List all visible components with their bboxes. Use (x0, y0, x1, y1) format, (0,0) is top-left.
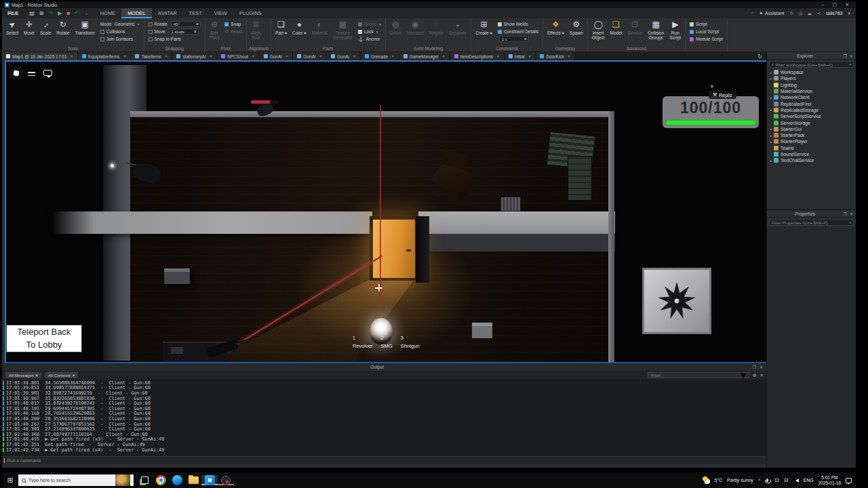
game-viewport[interactable]: Teleport Back To Lobby 1Revolver2SMG3Sho… (5, 60, 766, 363)
menu-tab-test[interactable]: TEST (183, 8, 208, 18)
constraint-details-toggle[interactable]: Constraint Details (498, 28, 538, 35)
assistant-button[interactable]: ✦ Assistant (759, 11, 784, 16)
collision-groups-button[interactable]: ▦Collision Groups (646, 20, 667, 40)
script-button[interactable]: Script (690, 21, 723, 27)
doc-tab-equiptableitems-1[interactable]: EquiptableItems✕ (78, 52, 131, 60)
taskbar-search-box[interactable] (18, 474, 134, 486)
create-constraint-button[interactable]: ⊞Create ▾ (473, 20, 494, 35)
close-button[interactable]: ✕ (845, 2, 849, 7)
stop-icon[interactable]: ■ (66, 10, 70, 16)
properties-filter-input[interactable] (772, 220, 847, 225)
transform-tool-button[interactable]: ▣Transform (73, 20, 96, 35)
menu-tab-avatar[interactable]: AVATAR (152, 8, 183, 18)
maximize-button[interactable]: ▢ (833, 2, 837, 7)
file-explorer-button[interactable] (185, 475, 201, 485)
doc-tab-map1-18-jan-2025-17-01-0[interactable]: Map1 @ 18 Jan 2025 17:01✕ (2, 52, 78, 60)
move-tool-button[interactable]: ✛Move (22, 20, 37, 35)
pivot-snap-checkbox[interactable]: ✓Snap (224, 21, 242, 27)
mode-dropdown[interactable]: Mode:Geometric▾ (100, 21, 140, 27)
snap-to-parts-checkbox[interactable]: Snap to Parts (149, 36, 201, 42)
local-script-button[interactable]: Local Script (690, 28, 723, 35)
tab-close-icon[interactable]: ✕ (528, 54, 532, 58)
start-button[interactable]: ⊞ (2, 476, 18, 485)
redo-icon[interactable]: ↷ (49, 10, 54, 16)
output-popout-icon[interactable]: ❐ (753, 365, 756, 369)
output-close-icon[interactable]: ✕ (760, 365, 763, 369)
hidden-icons-chevron[interactable]: ^ (758, 478, 760, 483)
doc-tab-doorkick-12[interactable]: DoorKick✕ (536, 52, 575, 60)
menu-tab-home[interactable]: HOME (94, 8, 122, 18)
constraint-scale-stepper[interactable]: 1 x (498, 36, 538, 42)
doc-tab-initial-11[interactable]: Initial✕ (505, 52, 536, 60)
rotate-snap-checkbox-stepper[interactable]: 45° (171, 21, 201, 27)
expand-chevron-icon[interactable]: ▸ (768, 70, 774, 75)
new-file-icon[interactable]: ▤ (29, 10, 35, 16)
share-icon[interactable]: ≺ (816, 11, 821, 16)
doc-tab-itemdescriptions-10[interactable]: ItemDescriptions✕ (450, 52, 505, 60)
explorer-item-serverstorage[interactable]: ServerStorage (767, 119, 856, 125)
hotbar-slot-revolver[interactable]: 1Revolver (353, 336, 373, 349)
output-filter-all-contexts[interactable]: All Contexts▾ (45, 372, 78, 378)
doc-tab-gunai-7[interactable]: GunAi✕ (327, 52, 361, 60)
explorer-item-materialservice[interactable]: MaterialService (767, 88, 856, 94)
doc-tab-stationaryai-3[interactable]: stationaryAI✕ (172, 52, 217, 60)
move-snap-checkbox[interactable]: Move1 studs (149, 28, 201, 35)
output-menu-icon[interactable]: ≡ (760, 373, 763, 378)
properties-filter-box[interactable]: ▾ (769, 219, 854, 226)
model-button[interactable]: ❑Model (608, 20, 625, 35)
tab-close-icon[interactable]: ✕ (442, 54, 446, 58)
obs-button[interactable] (218, 475, 234, 485)
expand-chevron-icon[interactable]: ▸ (768, 134, 774, 138)
effects-button[interactable]: ❖Effects ▾ (545, 20, 566, 35)
insert-object-button[interactable]: ◯Insert Object (590, 20, 607, 40)
save-icon[interactable]: ⇣ (84, 10, 89, 16)
screenshare-icon[interactable]: ⊡ (774, 477, 779, 483)
open-file-icon[interactable]: ⊞ (39, 10, 44, 16)
task-view-button[interactable] (136, 475, 153, 485)
tab-close-icon[interactable]: ✕ (391, 54, 395, 58)
play-icon[interactable]: ▶ (58, 10, 62, 16)
chrome-button[interactable] (153, 475, 169, 485)
rotate-tool-button[interactable]: ↻Rotate (54, 20, 71, 35)
move-snap-checkbox-stepper[interactable]: 1 studs (169, 28, 199, 35)
language-indicator[interactable]: ENG (804, 478, 814, 483)
explorer-item-players[interactable]: ▸Players (767, 75, 856, 81)
menu-tab-model[interactable]: MODEL (121, 8, 152, 18)
explorer-item-starterplayer[interactable]: ▸StarterPlayer (767, 138, 856, 144)
tab-close-icon[interactable]: ✕ (210, 54, 213, 58)
properties-popout-icon[interactable]: ❐ (844, 211, 847, 216)
collapse-ribbon-icon[interactable]: ^ (751, 11, 753, 16)
doc-tab-gamemanager-9[interactable]: GameManager✕ (399, 52, 450, 60)
microphone-icon[interactable] (766, 479, 768, 482)
constraint-scale-stepper-stepper[interactable]: 1 x (499, 36, 529, 42)
tab-close-icon[interactable]: ✕ (353, 54, 356, 58)
search-input[interactable] (28, 478, 113, 483)
minimize-button[interactable]: – (822, 2, 825, 7)
explorer-popout-icon[interactable]: ❐ (844, 54, 847, 58)
weather-icon[interactable] (703, 476, 710, 484)
cloud-icon[interactable]: ☁ (807, 11, 812, 16)
explorer-item-replicatedstorage[interactable]: ▸ReplicatedStorage (767, 107, 856, 113)
lock-button[interactable]: Lock▾ (358, 28, 381, 35)
color-button[interactable]: ●Color ▾ (290, 20, 309, 35)
username-menu[interactable]: talis783 (826, 11, 842, 16)
help-icon[interactable]: ◎ (798, 11, 802, 16)
menu-tab-plugins[interactable]: PLUGINS (233, 8, 268, 18)
explorer-item-teams[interactable]: Teams (767, 145, 856, 151)
explorer-item-serverscriptservice[interactable]: ServerScriptService (767, 113, 856, 119)
run-script-button[interactable]: ▶Run Script (668, 20, 684, 40)
tab-close-icon[interactable]: ✕ (252, 54, 255, 58)
roblox-studio-button[interactable] (201, 475, 218, 485)
hotbar-slot-shotgun[interactable]: 3Shotgun (401, 336, 420, 349)
output-scrollbar-strip[interactable] (2, 464, 766, 468)
explorer-filter-box[interactable]: ▾ ▾ (769, 61, 854, 68)
volume-icon[interactable] (793, 479, 799, 483)
module-script-button[interactable]: Module Script (690, 36, 723, 42)
doc-tab-npcshoot-4[interactable]: NPCShoot✕ (217, 52, 259, 60)
plugin-close-icon[interactable]: ✕ (710, 84, 714, 89)
tab-close-icon[interactable]: ✕ (70, 54, 73, 58)
hamburger-menu-button[interactable] (25, 68, 38, 78)
explorer-item-startergui[interactable]: ▸StarterGui (767, 126, 856, 132)
expand-chevron-icon[interactable]: ▸ (768, 127, 774, 131)
expand-chevron-icon[interactable]: ▸ (768, 77, 774, 81)
